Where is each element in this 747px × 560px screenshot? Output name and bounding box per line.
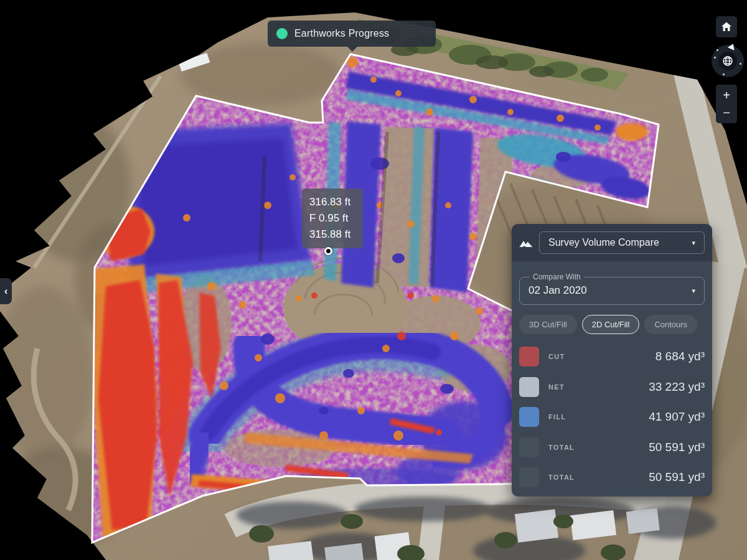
globe-icon [721,55,734,67]
view-mode-tabs: 3D Cut/Fill 2D Cut/Fill Contours [519,315,705,334]
chevron-left-icon: ‹ [4,285,8,297]
app-viewport: Earthworks Progress 316.83 ft F 0.95 ft … [0,0,747,560]
compass-pip-icon [716,49,718,51]
legend-value: 41 907 yd³ [649,410,705,424]
zoom-out-button[interactable]: − [716,105,737,121]
legend-value: 33 223 yd³ [649,380,705,394]
total-swatch [519,467,539,487]
legend-value: 50 591 yd³ [649,470,705,484]
zoom-controls: + − [716,85,737,123]
compass-control[interactable] [712,45,744,77]
panel-title-dropdown[interactable]: Survey Volume Compare ▾ [539,231,705,254]
legend-row-fill: FILL 41 907 yd³ [519,402,705,432]
compass-pip-icon [714,57,716,58]
mountains-icon [519,238,533,248]
measurement-fill-depth: F 0.95 ft [309,210,355,226]
home-view-button[interactable] [716,16,737,37]
compass-pip-icon [740,63,741,65]
legend-value: 50 591 yd³ [649,441,705,454]
measurement-elevation-a: 316.83 ft [309,194,355,210]
globe-button[interactable] [718,52,737,70]
fill-swatch [519,407,539,427]
legend-label: FILL [548,413,566,421]
cut-swatch [519,347,539,366]
compare-with-value: 02 Jan 2020 [529,284,587,297]
tab-2d-cutfill[interactable]: 2D Cut/Fill [582,315,640,334]
panel-header: Survey Volume Compare ▾ [512,224,712,261]
legend-label: TOTAL [548,474,575,481]
legend-row-cut: CUT 8 684 yd³ [519,342,705,372]
flag-label: Earthworks Progress [294,28,389,39]
legend-label: TOTAL [548,444,575,451]
compare-with-label: Compare With [530,273,584,281]
legend-value: 8 684 yd³ [655,350,705,363]
measurement-elevation-b: 315.88 ft [309,226,355,243]
compare-with-select[interactable]: Compare With 02 Jan 2020 ▾ [519,273,705,305]
measurement-tooltip: 316.83 ft F 0.95 ft 315.88 ft [302,189,363,248]
chevron-down-icon: ▾ [692,287,695,295]
panel-title: Survey Volume Compare [548,237,659,248]
total-swatch [519,437,539,457]
legend-label: CUT [548,353,565,360]
home-icon [721,21,732,32]
chevron-down-icon: ▾ [692,239,695,247]
site-flag-tooltip[interactable]: Earthworks Progress [268,21,436,47]
tab-3d-cutfill[interactable]: 3D Cut/Fill [519,315,577,334]
panel-body: Compare With 02 Jan 2020 ▾ 3D Cut/Fill 2… [512,261,712,493]
zoom-in-button[interactable]: + [716,87,737,103]
legend-row-total: TOTAL 50 591 yd³ [519,462,705,493]
legend-label: NET [548,383,565,391]
sidebar-collapse-button[interactable]: ‹ [0,278,12,304]
legend-row-net: NET 33 223 yd³ [519,372,705,403]
flag-status-dot-icon [276,28,288,39]
survey-volume-panel: Survey Volume Compare ▾ Compare With 02 … [512,224,712,497]
measurement-point-marker[interactable] [324,247,332,255]
tab-contours[interactable]: Contours [644,315,697,334]
compass-pip-icon [723,73,725,75]
legend-row-total: TOTAL 50 591 yd³ [519,432,705,463]
net-swatch [519,377,539,397]
